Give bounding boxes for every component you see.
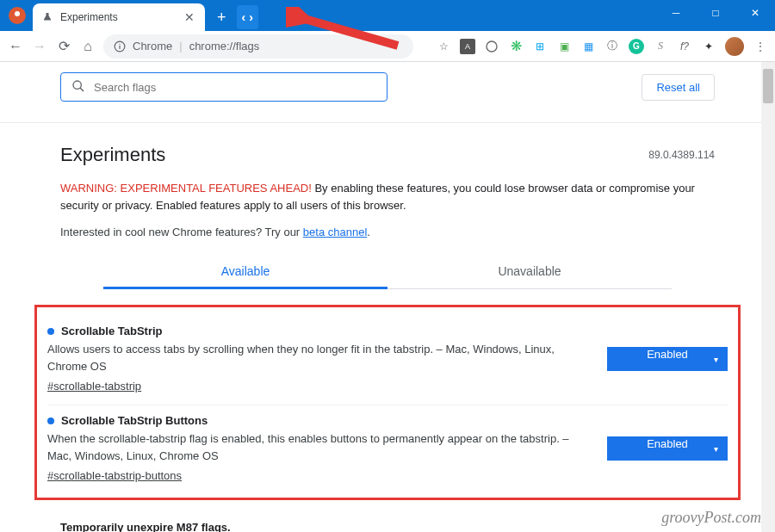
flag-row: Temporarily unexpire M87 flags. Temporar… — [60, 512, 715, 532]
omnibox-browser: Chrome — [133, 40, 172, 53]
ext-icon[interactable]: f? — [677, 39, 692, 54]
modified-dot-icon — [47, 418, 54, 424]
tab-available[interactable]: Available — [103, 256, 388, 289]
flag-dropdown[interactable]: Enabled — [607, 436, 728, 461]
watermark: groovyPost.com — [661, 509, 761, 527]
ext-icon[interactable]: ⓘ — [604, 39, 620, 54]
svg-line-6 — [80, 88, 84, 91]
back-button[interactable]: ← — [7, 39, 24, 54]
search-flags-box[interactable] — [60, 72, 388, 102]
star-icon[interactable]: ☆ — [436, 39, 451, 54]
home-button[interactable]: ⌂ — [79, 39, 96, 54]
flag-title: Temporarily unexpire M87 flags. — [60, 521, 231, 532]
tab-unavailable[interactable]: Unavailable — [388, 256, 672, 288]
flag-anchor[interactable]: #scrollable-tabstrip-buttons — [47, 469, 182, 482]
new-tab-button[interactable]: + — [212, 9, 232, 27]
svg-rect-2 — [119, 45, 120, 48]
flag-dropdown[interactable]: Enabled — [607, 347, 728, 371]
flag-description: When the scrollable-tabstrip flag is ena… — [47, 430, 590, 464]
flag-row: Scrollable TabStrip Buttons When the scr… — [47, 405, 728, 494]
highlight-box: Scrollable TabStrip Allows users to acce… — [34, 305, 741, 500]
save-icon[interactable]: ▣ — [556, 39, 572, 54]
beta-link[interactable]: beta channel — [303, 226, 367, 238]
window-controls: ─ □ ✕ — [656, 0, 775, 26]
browser-tab[interactable]: Experiments ✕ — [33, 3, 205, 31]
extension-icons: ☆ A ❋ ⊞ ▣ ▦ ⓘ G S f? ✦ ⋮ — [436, 37, 768, 56]
tab-actions: + ‹ › — [212, 3, 258, 31]
close-icon[interactable]: ✕ — [183, 10, 196, 24]
duckduckgo-icon — [9, 7, 26, 24]
grammarly-icon[interactable]: G — [629, 39, 644, 54]
svg-point-3 — [119, 43, 120, 44]
tabs-row: Available Unavailable — [103, 256, 672, 289]
chevron-right-icon[interactable]: › — [247, 10, 255, 24]
flag-title: Scrollable TabStrip Buttons — [61, 414, 208, 427]
minimize-button[interactable]: ─ — [656, 0, 696, 26]
omnibox-url: chrome://flags — [189, 40, 260, 53]
beta-line: Interested in cool new Chrome features? … — [60, 226, 715, 238]
evernote-icon[interactable]: ❋ — [508, 39, 524, 54]
svg-line-0 — [299, 17, 398, 46]
scrollbar-thumb[interactable] — [763, 69, 773, 103]
close-button[interactable]: ✕ — [735, 0, 775, 26]
ext-icon[interactable]: S — [653, 39, 668, 54]
flag-description: Allows users to access tabs by scrolling… — [47, 341, 590, 374]
flag-anchor[interactable]: #scrollable-tabstrip — [47, 380, 141, 393]
search-input[interactable] — [94, 81, 376, 94]
ext-icon[interactable]: ▦ — [580, 39, 596, 54]
modified-dot-icon — [47, 328, 54, 335]
avatar[interactable] — [725, 37, 744, 56]
version-text: 89.0.4389.114 — [648, 149, 715, 161]
page-content: Reset all Experiments 89.0.4389.114 WARN… — [0, 62, 775, 532]
svg-point-5 — [73, 81, 81, 89]
info-icon — [114, 40, 126, 53]
tab-scroll-buttons[interactable]: ‹ › — [237, 5, 258, 29]
flag-row: Scrollable TabStrip Allows users to acce… — [47, 316, 728, 405]
reload-button[interactable]: ⟳ — [55, 38, 72, 54]
flag-title: Scrollable TabStrip — [61, 325, 163, 337]
extensions-icon[interactable]: ✦ — [701, 39, 716, 54]
maximize-button[interactable]: □ — [696, 0, 735, 26]
svg-point-4 — [487, 41, 497, 52]
chevron-left-icon[interactable]: ‹ — [240, 10, 248, 24]
warning-text: WARNING: EXPERIMENTAL FEATURES AHEAD! By… — [60, 180, 715, 213]
ext-icon[interactable] — [484, 39, 499, 54]
scrollbar[interactable] — [761, 62, 775, 532]
windows-icon[interactable]: ⊞ — [532, 39, 548, 54]
ext-icon[interactable]: A — [460, 39, 475, 54]
reset-all-button[interactable]: Reset all — [642, 74, 715, 101]
menu-icon[interactable]: ⋮ — [753, 39, 768, 54]
flask-icon — [41, 11, 53, 23]
tab-title: Experiments — [60, 11, 176, 23]
annotation-arrow — [286, 7, 406, 59]
search-icon — [71, 79, 85, 96]
page-title: Experiments — [60, 144, 715, 166]
forward-button[interactable]: → — [31, 39, 48, 54]
